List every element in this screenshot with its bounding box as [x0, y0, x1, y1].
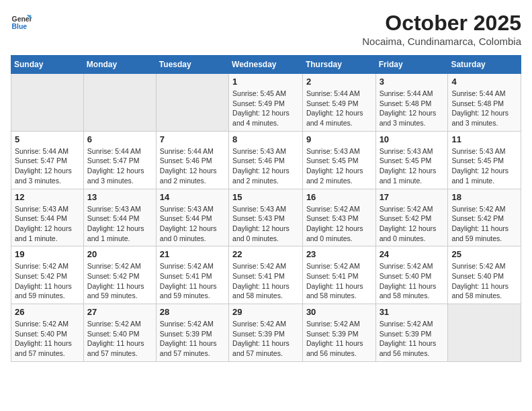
day-number: 22 — [232, 249, 299, 259]
calendar-cell: 1Sunrise: 5:45 AMSunset: 5:49 PMDaylight… — [229, 74, 303, 132]
day-info: Sunrise: 5:42 AMSunset: 5:42 PMDaylight:… — [15, 261, 80, 301]
weekday-header-tuesday: Tuesday — [156, 56, 228, 74]
day-number: 17 — [380, 192, 445, 202]
day-number: 1 — [232, 77, 299, 87]
weekday-header-sunday: Sunday — [11, 56, 84, 74]
day-number: 16 — [306, 192, 372, 202]
weekday-header-thursday: Thursday — [302, 56, 375, 74]
calendar-cell: 24Sunrise: 5:42 AMSunset: 5:40 PMDayligh… — [375, 246, 448, 304]
calendar-cell: 17Sunrise: 5:42 AMSunset: 5:42 PMDayligh… — [375, 189, 448, 246]
calendar-cell: 9Sunrise: 5:43 AMSunset: 5:45 PMDaylight… — [302, 131, 375, 189]
calendar-cell: 19Sunrise: 5:42 AMSunset: 5:42 PMDayligh… — [11, 246, 84, 304]
day-number: 2 — [306, 77, 372, 87]
day-info: Sunrise: 5:42 AMSunset: 5:39 PMDaylight:… — [232, 319, 299, 359]
day-info: Sunrise: 5:44 AMSunset: 5:48 PMDaylight:… — [451, 89, 517, 128]
calendar-cell: 5Sunrise: 5:44 AMSunset: 5:47 PMDaylight… — [11, 131, 84, 189]
day-info: Sunrise: 5:43 AMSunset: 5:45 PMDaylight:… — [306, 146, 372, 186]
day-info: Sunrise: 5:44 AMSunset: 5:49 PMDaylight:… — [306, 89, 372, 128]
calendar-cell: 26Sunrise: 5:42 AMSunset: 5:40 PMDayligh… — [11, 304, 84, 362]
day-info: Sunrise: 5:42 AMSunset: 5:39 PMDaylight:… — [380, 319, 445, 359]
calendar-cell: 6Sunrise: 5:44 AMSunset: 5:47 PMDaylight… — [83, 131, 156, 189]
day-number: 15 — [232, 192, 299, 202]
calendar-cell: 15Sunrise: 5:43 AMSunset: 5:43 PMDayligh… — [229, 189, 303, 246]
calendar-cell: 23Sunrise: 5:42 AMSunset: 5:41 PMDayligh… — [302, 246, 375, 304]
day-info: Sunrise: 5:42 AMSunset: 5:40 PMDaylight:… — [451, 261, 517, 301]
day-number: 11 — [451, 134, 517, 144]
calendar-cell — [11, 74, 84, 132]
calendar-cell: 12Sunrise: 5:43 AMSunset: 5:44 PMDayligh… — [11, 189, 84, 246]
day-info: Sunrise: 5:45 AMSunset: 5:49 PMDaylight:… — [232, 89, 299, 128]
month-title: October 2025 — [362, 11, 521, 36]
weekday-header-wednesday: Wednesday — [229, 56, 303, 74]
day-number: 27 — [87, 307, 152, 317]
location-title: Nocaima, Cundinamarca, Colombia — [362, 36, 521, 47]
day-info: Sunrise: 5:44 AMSunset: 5:48 PMDaylight:… — [380, 89, 445, 128]
svg-text:Blue: Blue — [12, 23, 28, 30]
day-number: 4 — [451, 77, 517, 87]
day-number: 14 — [160, 192, 225, 202]
calendar-cell: 22Sunrise: 5:42 AMSunset: 5:41 PMDayligh… — [229, 246, 303, 304]
day-info: Sunrise: 5:43 AMSunset: 5:45 PMDaylight:… — [380, 146, 445, 186]
day-info: Sunrise: 5:42 AMSunset: 5:42 PMDaylight:… — [87, 261, 152, 301]
day-info: Sunrise: 5:42 AMSunset: 5:41 PMDaylight:… — [232, 261, 299, 301]
title-block: October 2025 Nocaima, Cundinamarca, Colo… — [362, 11, 521, 47]
calendar-cell: 25Sunrise: 5:42 AMSunset: 5:40 PMDayligh… — [448, 246, 521, 304]
calendar-cell: 8Sunrise: 5:43 AMSunset: 5:46 PMDaylight… — [229, 131, 303, 189]
weekday-header-friday: Friday — [375, 56, 448, 74]
calendar-cell: 28Sunrise: 5:42 AMSunset: 5:39 PMDayligh… — [156, 304, 228, 362]
day-info: Sunrise: 5:42 AMSunset: 5:40 PMDaylight:… — [380, 261, 445, 301]
day-number: 19 — [15, 249, 80, 259]
calendar-cell — [83, 74, 156, 132]
day-info: Sunrise: 5:43 AMSunset: 5:45 PMDaylight:… — [451, 146, 517, 186]
day-number: 24 — [380, 249, 445, 259]
day-info: Sunrise: 5:42 AMSunset: 5:39 PMDaylight:… — [160, 319, 225, 359]
day-number: 9 — [306, 134, 372, 144]
day-number: 7 — [160, 134, 225, 144]
weekday-header-monday: Monday — [83, 56, 156, 74]
calendar-cell: 29Sunrise: 5:42 AMSunset: 5:39 PMDayligh… — [229, 304, 303, 362]
day-info: Sunrise: 5:42 AMSunset: 5:42 PMDaylight:… — [380, 204, 445, 244]
day-info: Sunrise: 5:42 AMSunset: 5:39 PMDaylight:… — [306, 319, 372, 359]
day-info: Sunrise: 5:44 AMSunset: 5:47 PMDaylight:… — [87, 146, 152, 186]
day-number: 23 — [306, 249, 372, 259]
calendar-table: SundayMondayTuesdayWednesdayThursdayFrid… — [11, 55, 521, 362]
calendar-cell: 14Sunrise: 5:43 AMSunset: 5:44 PMDayligh… — [156, 189, 228, 246]
day-info: Sunrise: 5:42 AMSunset: 5:42 PMDaylight:… — [451, 204, 517, 244]
day-number: 29 — [232, 307, 299, 317]
calendar-cell: 18Sunrise: 5:42 AMSunset: 5:42 PMDayligh… — [448, 189, 521, 246]
calendar-week-2: 5Sunrise: 5:44 AMSunset: 5:47 PMDaylight… — [11, 131, 521, 189]
header: General Blue October 2025 Nocaima, Cundi… — [11, 11, 521, 47]
calendar-cell: 7Sunrise: 5:44 AMSunset: 5:46 PMDaylight… — [156, 131, 228, 189]
calendar-cell: 11Sunrise: 5:43 AMSunset: 5:45 PMDayligh… — [448, 131, 521, 189]
calendar-cell — [156, 74, 228, 132]
day-info: Sunrise: 5:42 AMSunset: 5:43 PMDaylight:… — [306, 204, 372, 244]
calendar-cell — [448, 304, 521, 362]
calendar-cell: 3Sunrise: 5:44 AMSunset: 5:48 PMDaylight… — [375, 74, 448, 132]
day-number: 21 — [160, 249, 225, 259]
calendar-cell: 2Sunrise: 5:44 AMSunset: 5:49 PMDaylight… — [302, 74, 375, 132]
calendar-week-5: 26Sunrise: 5:42 AMSunset: 5:40 PMDayligh… — [11, 304, 521, 362]
calendar-cell: 30Sunrise: 5:42 AMSunset: 5:39 PMDayligh… — [302, 304, 375, 362]
calendar-cell: 4Sunrise: 5:44 AMSunset: 5:48 PMDaylight… — [448, 74, 521, 132]
day-info: Sunrise: 5:43 AMSunset: 5:44 PMDaylight:… — [87, 204, 152, 244]
day-number: 26 — [15, 307, 80, 317]
logo-icon: General Blue — [11, 11, 32, 32]
weekday-header-saturday: Saturday — [448, 56, 521, 74]
day-number: 18 — [451, 192, 517, 202]
calendar-cell: 20Sunrise: 5:42 AMSunset: 5:42 PMDayligh… — [83, 246, 156, 304]
logo: General Blue — [11, 11, 32, 32]
calendar-cell: 16Sunrise: 5:42 AMSunset: 5:43 PMDayligh… — [302, 189, 375, 246]
day-number: 25 — [451, 249, 517, 259]
day-info: Sunrise: 5:43 AMSunset: 5:44 PMDaylight:… — [160, 204, 225, 244]
calendar-week-1: 1Sunrise: 5:45 AMSunset: 5:49 PMDaylight… — [11, 74, 521, 132]
day-info: Sunrise: 5:43 AMSunset: 5:43 PMDaylight:… — [232, 204, 299, 244]
day-number: 8 — [232, 134, 299, 144]
day-info: Sunrise: 5:44 AMSunset: 5:47 PMDaylight:… — [15, 146, 80, 186]
day-number: 10 — [380, 134, 445, 144]
day-number: 5 — [15, 134, 80, 144]
calendar-cell: 21Sunrise: 5:42 AMSunset: 5:41 PMDayligh… — [156, 246, 228, 304]
day-info: Sunrise: 5:42 AMSunset: 5:41 PMDaylight:… — [160, 261, 225, 301]
day-info: Sunrise: 5:42 AMSunset: 5:40 PMDaylight:… — [87, 319, 152, 359]
day-info: Sunrise: 5:44 AMSunset: 5:46 PMDaylight:… — [160, 146, 225, 186]
calendar-cell: 27Sunrise: 5:42 AMSunset: 5:40 PMDayligh… — [83, 304, 156, 362]
